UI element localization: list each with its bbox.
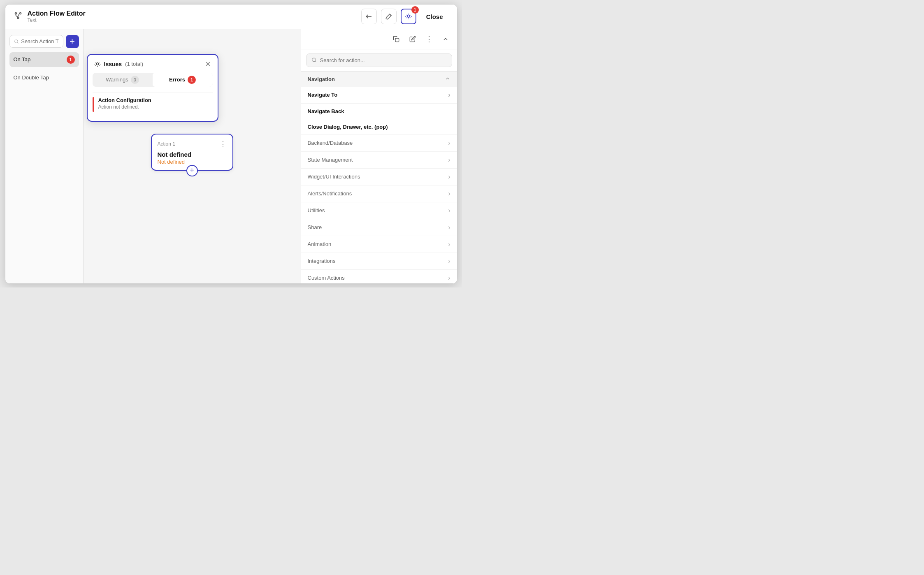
category-share[interactable]: Share › xyxy=(301,219,457,236)
action-node-title: Not defined xyxy=(158,151,227,158)
issues-total: (1 total) xyxy=(125,61,143,67)
search-action-bar xyxy=(301,49,457,72)
collapse-button[interactable] xyxy=(361,9,377,24)
search-wrapper xyxy=(9,35,63,48)
action-node-menu[interactable]: ⋮ xyxy=(219,139,227,148)
category-integrations-label: Integrations xyxy=(308,258,336,264)
warnings-count: 0 xyxy=(131,76,139,84)
collapse-section-button[interactable] xyxy=(439,32,452,46)
backend-arrow: › xyxy=(448,139,450,147)
wand-button[interactable] xyxy=(381,9,397,24)
action-navigate-to[interactable]: Navigate To › xyxy=(301,87,457,104)
category-utilities-label: Utilities xyxy=(308,207,325,213)
action-navigate-back[interactable]: Navigate Back xyxy=(301,104,457,119)
errors-tab[interactable]: Errors 1 xyxy=(153,73,213,87)
action-node: Action 1 ⋮ Not defined Not defined + xyxy=(151,134,233,171)
category-navigation-label: Navigation xyxy=(308,76,335,82)
issues-tabs: Warnings 0 Errors 1 xyxy=(93,73,213,87)
category-chevron xyxy=(445,76,450,83)
bug-icon xyxy=(94,61,101,67)
trigger-item-on-tap[interactable]: On Tap 1 xyxy=(9,52,79,67)
category-utilities[interactable]: Utilities › xyxy=(301,202,457,219)
navigate-to-arrow: › xyxy=(448,91,450,99)
category-share-label: Share xyxy=(308,224,322,230)
action-navigate-back-label: Navigate Back xyxy=(308,108,344,114)
canvas-area: Action 1 ⋮ Not defined Not defined + Iss… xyxy=(84,29,301,283)
search-row: + xyxy=(9,35,79,48)
search-input[interactable] xyxy=(21,38,58,44)
utilities-arrow: › xyxy=(448,207,450,214)
search-action-input[interactable] xyxy=(320,57,447,63)
widget-arrow: › xyxy=(448,173,450,181)
category-custom[interactable]: Custom Actions › xyxy=(301,270,457,283)
category-backend[interactable]: Backend/Database › xyxy=(301,135,457,152)
action-list: Navigation Navigate To › Navigate Back C… xyxy=(301,72,457,283)
category-state[interactable]: State Management › xyxy=(301,152,457,169)
errors-count: 1 xyxy=(188,76,196,84)
warnings-tab[interactable]: Warnings 0 xyxy=(93,73,153,87)
category-alerts[interactable]: Alerts/Notifications › xyxy=(301,185,457,202)
header-left: Action Flow Editor Text xyxy=(14,10,86,23)
action-node-label: Action 1 xyxy=(158,141,175,147)
action-navigate-to-label: Navigate To xyxy=(308,92,338,98)
category-widget-label: Widget/UI Interactions xyxy=(308,174,360,180)
issues-close-button[interactable]: ✕ xyxy=(205,60,211,69)
svg-point-7 xyxy=(312,58,316,62)
issues-header: Issues (1 total) ✕ xyxy=(88,55,218,73)
main-body: + On Tap 1 On Double Tap Action 1 ⋮ Not … xyxy=(5,29,457,283)
search-action-wrapper xyxy=(306,53,452,67)
debug-button-wrapper: 1 xyxy=(401,9,416,24)
debug-badge: 1 xyxy=(411,6,419,14)
svg-point-5 xyxy=(96,63,98,65)
add-trigger-button[interactable]: + xyxy=(66,35,79,48)
issue-content: Action Configuration Action not defined. xyxy=(98,97,151,112)
category-animation[interactable]: Animation › xyxy=(301,236,457,253)
header: Action Flow Editor Text xyxy=(5,5,457,29)
category-custom-label: Custom Actions xyxy=(308,275,345,281)
action-close-dialog-label: Close Dialog, Drawer, etc. (pop) xyxy=(308,124,388,130)
app-title: Action Flow Editor xyxy=(28,10,86,17)
app-window: Action Flow Editor Text xyxy=(5,4,457,284)
svg-point-1 xyxy=(19,12,21,14)
trigger-item-on-double-tap[interactable]: On Double Tap xyxy=(9,71,79,84)
action-close-dialog[interactable]: Close Dialog, Drawer, etc. (pop) xyxy=(301,119,457,135)
issues-heading: Issues xyxy=(104,61,122,67)
svg-point-0 xyxy=(15,12,16,14)
action-node-header: Action 1 ⋮ xyxy=(158,139,227,148)
custom-arrow: › xyxy=(448,274,450,282)
add-action-button[interactable]: + xyxy=(186,165,198,176)
app-subtitle: Text xyxy=(28,17,86,23)
category-backend-label: Backend/Database xyxy=(308,140,353,146)
search-icon xyxy=(14,39,19,44)
category-integrations[interactable]: Integrations › xyxy=(301,253,457,270)
alerts-arrow: › xyxy=(448,190,450,197)
svg-point-4 xyxy=(14,39,18,43)
action-node-subtitle: Not defined xyxy=(158,159,227,165)
issue-desc: Action not defined. xyxy=(98,104,151,110)
category-navigation[interactable]: Navigation xyxy=(301,72,457,87)
issues-popup: Issues (1 total) ✕ Warnings 0 Errors 1 xyxy=(87,54,218,122)
issue-item: Action Configuration Action not defined. xyxy=(93,93,213,116)
search-action-icon xyxy=(311,57,317,63)
state-arrow: › xyxy=(448,156,450,164)
issue-severity-bar xyxy=(93,97,94,112)
share-arrow: › xyxy=(448,224,450,231)
header-right: 1 Close xyxy=(361,9,449,24)
issue-title: Action Configuration xyxy=(98,97,151,103)
header-title-group: Action Flow Editor Text xyxy=(28,10,86,23)
right-panel: ⋮ Navigation xyxy=(301,29,457,283)
trigger-label: On Double Tap xyxy=(14,74,49,81)
category-alerts-label: Alerts/Notifications xyxy=(308,190,352,197)
svg-point-3 xyxy=(407,15,410,17)
edit-button[interactable] xyxy=(406,32,419,46)
close-button[interactable]: Close xyxy=(420,11,449,23)
issues-title: Issues (1 total) xyxy=(94,61,144,67)
category-widget[interactable]: Widget/UI Interactions › xyxy=(301,169,457,185)
more-options-button[interactable]: ⋮ xyxy=(423,32,436,46)
flow-icon xyxy=(14,11,23,22)
trigger-label: On Tap xyxy=(14,56,31,63)
category-state-label: State Management xyxy=(308,157,353,163)
animation-arrow: › xyxy=(448,241,450,248)
copy-button[interactable] xyxy=(390,32,403,46)
right-panel-toolbar: ⋮ xyxy=(301,29,457,49)
